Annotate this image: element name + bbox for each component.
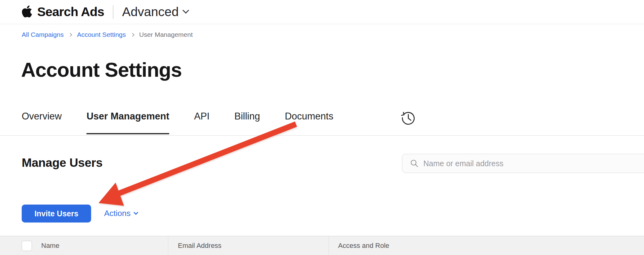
search-input[interactable] (402, 154, 644, 173)
topbar-divider (113, 5, 113, 19)
select-all-checkbox[interactable] (22, 241, 32, 251)
brand-home-link[interactable]: Search Ads (22, 5, 104, 19)
product-switcher[interactable]: Advanced (122, 5, 188, 19)
tab-api[interactable]: API (194, 111, 210, 134)
account-settings-tabs: Overview User Management API Billing Doc… (22, 111, 333, 134)
column-header-email: Email Address (178, 242, 222, 250)
breadcrumb-account-settings[interactable]: Account Settings (77, 31, 126, 38)
account-settings-page: Search Ads Advanced All Campaigns Accoun… (0, 0, 644, 255)
chevron-right-icon (68, 33, 73, 37)
breadcrumb-all-campaigns[interactable]: All Campaigns (22, 31, 64, 38)
breadcrumb: All Campaigns Account Settings User Mana… (22, 31, 193, 38)
column-divider (329, 236, 329, 255)
brand-wordmark: Search Ads (37, 5, 104, 19)
user-search (402, 154, 644, 173)
chevron-right-icon (130, 33, 135, 37)
column-header-access-role: Access and Role (338, 242, 389, 250)
chevron-down-icon (134, 210, 139, 215)
actions-dropdown[interactable]: Actions (104, 209, 138, 218)
top-navigation-bar: Search Ads Advanced (0, 0, 644, 24)
breadcrumb-current-user-management: User Management (139, 31, 193, 38)
history-icon[interactable] (400, 110, 416, 126)
tab-billing[interactable]: Billing (234, 111, 260, 134)
users-table-header: Name Email Address Access and Role (0, 236, 644, 255)
tab-user-management[interactable]: User Management (86, 111, 169, 134)
tab-overview[interactable]: Overview (22, 111, 62, 134)
tab-documents[interactable]: Documents (285, 111, 333, 134)
section-heading: Manage Users (22, 156, 103, 170)
tabs-divider-line (0, 135, 644, 136)
chevron-down-icon (183, 7, 189, 14)
page-title: Account Settings (21, 58, 182, 81)
column-divider (168, 236, 168, 255)
product-label: Advanced (122, 5, 179, 19)
invite-users-button[interactable]: Invite Users (22, 205, 91, 223)
column-header-name: Name (41, 242, 60, 250)
actions-label: Actions (104, 209, 130, 218)
apple-icon (22, 5, 32, 18)
